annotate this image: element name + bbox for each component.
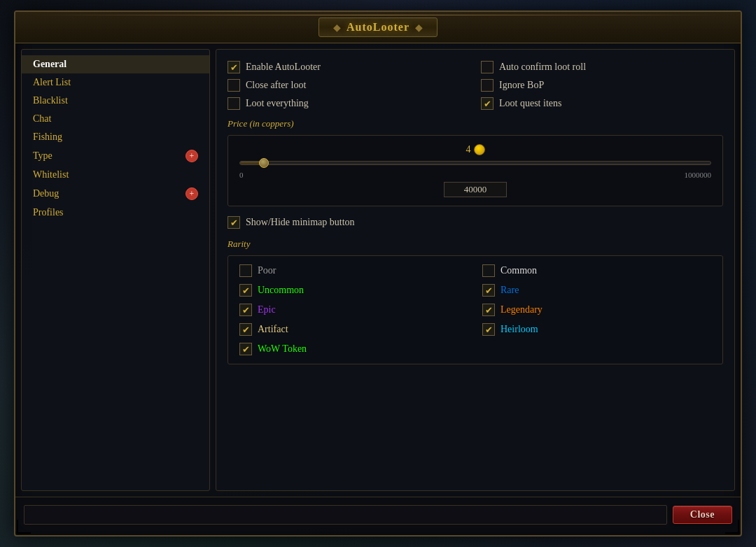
sidebar-item-alert-list[interactable]: Alert List bbox=[22, 73, 209, 92]
sidebar-item-label-chat: Chat bbox=[33, 113, 51, 125]
checkbox-ignore-bop[interactable]: Ignore BoP bbox=[481, 79, 723, 92]
sidebar-item-label-fishing: Fishing bbox=[33, 132, 62, 143]
rarity-item-epic[interactable]: ✔Epic bbox=[239, 304, 468, 316]
checkbox-loot-everything-box bbox=[227, 97, 240, 110]
checkbox-close-after-loot[interactable]: Close after loot bbox=[227, 79, 470, 92]
minimap-checkbox-box: ✔ bbox=[227, 216, 240, 229]
rarity-checkbox-legendary: ✔ bbox=[482, 304, 495, 316]
slider-track-container bbox=[239, 161, 711, 165]
price-section-label: Price (in coppers) bbox=[227, 118, 723, 129]
sidebar-item-general[interactable]: General bbox=[22, 55, 209, 73]
rarity-item-uncommon[interactable]: ✔Uncommon bbox=[239, 284, 468, 297]
checkmark-enable-autolooter: ✔ bbox=[230, 63, 238, 72]
slider-thumb[interactable] bbox=[259, 158, 269, 168]
corner-decoration-bl bbox=[17, 520, 31, 534]
rarity-checkbox-common bbox=[482, 264, 495, 277]
sidebar-item-blacklist[interactable]: Blacklist bbox=[22, 92, 209, 110]
window-body: GeneralAlert ListBlacklistChatFishingTyp… bbox=[15, 43, 741, 497]
rarity-item-poor[interactable]: Poor bbox=[239, 264, 468, 277]
rarity-checkbox-epic: ✔ bbox=[239, 304, 252, 316]
sidebar-item-label-debug: Debug bbox=[33, 188, 59, 199]
minimap-label: Show/Hide minimap button bbox=[246, 217, 355, 228]
checkmark-heirloom: ✔ bbox=[485, 325, 493, 334]
sidebar-add-btn-debug[interactable]: + bbox=[186, 187, 198, 200]
sidebar-item-debug[interactable]: Debug+ bbox=[22, 184, 209, 204]
rarity-checkbox-uncommon: ✔ bbox=[239, 284, 252, 297]
slider-min-label: 0 bbox=[239, 171, 244, 179]
rarity-item-rare[interactable]: ✔Rare bbox=[482, 284, 711, 297]
slider-value-display: 4 bbox=[239, 144, 711, 155]
checkbox-auto-confirm-label: Auto confirm loot roll bbox=[499, 62, 586, 73]
checkmark-minimap: ✔ bbox=[230, 218, 238, 227]
footer-input[interactable] bbox=[24, 505, 667, 525]
rarity-section-label: Rarity bbox=[227, 239, 723, 250]
sidebar-item-label-general: General bbox=[33, 59, 66, 70]
sidebar-item-profiles[interactable]: Profiles bbox=[22, 204, 209, 222]
rarity-label-wowtoken: WoW Token bbox=[258, 343, 307, 355]
window-title: AutoLooter bbox=[346, 21, 410, 34]
slider-value-input[interactable] bbox=[444, 182, 507, 197]
price-slider-section: 4 0 1000000 bbox=[227, 135, 723, 206]
rarity-checkbox-wowtoken: ✔ bbox=[239, 343, 252, 355]
checkmark-uncommon: ✔ bbox=[242, 286, 250, 295]
checkmark-wowtoken: ✔ bbox=[242, 345, 250, 354]
checkbox-close-after-loot-label: Close after loot bbox=[246, 80, 306, 91]
checkbox-ignore-bop-label: Ignore BoP bbox=[499, 80, 544, 91]
corner-decoration-br bbox=[725, 520, 739, 534]
main-window: ◆ AutoLooter ◆ GeneralAlert ListBlacklis… bbox=[14, 10, 742, 537]
checkbox-loot-everything[interactable]: Loot everything bbox=[227, 97, 470, 110]
title-bar: ◆ AutoLooter ◆ bbox=[15, 12, 741, 43]
checkbox-auto-confirm[interactable]: Auto confirm loot roll bbox=[481, 61, 723, 73]
sidebar: GeneralAlert ListBlacklistChatFishingTyp… bbox=[21, 49, 210, 491]
coin-icon bbox=[474, 144, 485, 155]
sidebar-item-label-type: Type bbox=[33, 150, 52, 162]
rarity-label-heirloom: Heirloom bbox=[500, 324, 538, 335]
rarity-item-heirloom[interactable]: ✔Heirloom bbox=[482, 323, 711, 336]
rarity-grid-container: PoorCommon✔Uncommon✔Rare✔Epic✔Legendary✔… bbox=[227, 255, 723, 364]
sidebar-add-btn-type[interactable]: + bbox=[186, 150, 198, 162]
slider-track bbox=[239, 161, 711, 165]
title-ornament-left: ◆ bbox=[333, 22, 341, 34]
window-footer: Close bbox=[15, 497, 741, 532]
sidebar-item-label-profiles: Profiles bbox=[33, 207, 64, 218]
slider-labels: 0 1000000 bbox=[239, 171, 711, 179]
rarity-item-legendary[interactable]: ✔Legendary bbox=[482, 304, 711, 316]
rarity-checkbox-heirloom: ✔ bbox=[482, 323, 495, 336]
sidebar-item-chat[interactable]: Chat bbox=[22, 110, 209, 128]
rarity-label-artifact: Artifact bbox=[258, 324, 288, 335]
rarity-label-uncommon: Uncommon bbox=[258, 285, 304, 296]
sidebar-item-label-whitelist: Whitelist bbox=[33, 169, 69, 180]
rarity-label-epic: Epic bbox=[258, 304, 276, 315]
checkmark-artifact: ✔ bbox=[242, 325, 250, 334]
options-grid: ✔ Enable AutoLooter Auto confirm loot ro… bbox=[227, 61, 723, 110]
checkmark-rare: ✔ bbox=[485, 286, 493, 295]
sidebar-item-whitelist[interactable]: Whitelist bbox=[22, 166, 209, 184]
sidebar-item-type[interactable]: Type+ bbox=[22, 146, 209, 166]
main-content: ✔ Enable AutoLooter Auto confirm loot ro… bbox=[216, 49, 735, 491]
rarity-label-common: Common bbox=[500, 265, 537, 276]
checkmark-loot-quest-items: ✔ bbox=[484, 99, 491, 108]
title-ornament-right: ◆ bbox=[415, 22, 423, 34]
rarity-checkbox-rare: ✔ bbox=[482, 284, 495, 297]
sidebar-item-fishing[interactable]: Fishing bbox=[22, 128, 209, 146]
rarity-item-wowtoken[interactable]: ✔WoW Token bbox=[239, 343, 468, 355]
rarity-label-rare: Rare bbox=[500, 285, 519, 296]
minimap-checkbox-row[interactable]: ✔ Show/Hide minimap button bbox=[227, 216, 723, 229]
checkbox-ignore-bop-box bbox=[481, 79, 493, 92]
checkbox-loot-quest-items[interactable]: ✔ Loot quest itens bbox=[481, 97, 723, 110]
checkbox-loot-quest-items-box: ✔ bbox=[481, 97, 493, 110]
rarity-item-artifact[interactable]: ✔Artifact bbox=[239, 323, 468, 336]
close-button[interactable]: Close bbox=[673, 506, 732, 524]
checkbox-close-after-loot-box bbox=[227, 79, 240, 92]
rarity-checkbox-poor bbox=[239, 264, 252, 277]
rarity-checkbox-artifact: ✔ bbox=[239, 323, 252, 336]
rarity-grid: PoorCommon✔Uncommon✔Rare✔Epic✔Legendary✔… bbox=[239, 264, 711, 355]
checkbox-auto-confirm-box bbox=[481, 61, 493, 73]
checkmark-epic: ✔ bbox=[242, 306, 250, 315]
slider-max-label: 1000000 bbox=[685, 171, 712, 179]
slider-value-number: 4 bbox=[466, 144, 471, 155]
checkbox-loot-everything-label: Loot everything bbox=[246, 98, 309, 109]
checkbox-loot-quest-items-label: Loot quest itens bbox=[499, 98, 561, 109]
rarity-item-common[interactable]: Common bbox=[482, 264, 711, 277]
checkbox-enable-autolooter[interactable]: ✔ Enable AutoLooter bbox=[227, 61, 470, 73]
